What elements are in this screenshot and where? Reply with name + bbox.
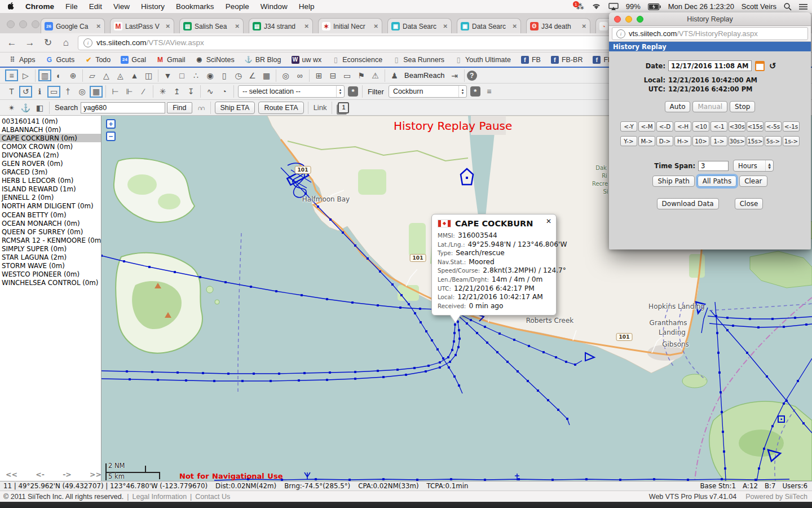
filter-list-icon[interactable]: ≡ <box>483 86 496 98</box>
vessel-row[interactable]: HERB L LEDCOR (0m) <box>0 177 101 185</box>
bookmark-uw-wx[interactable]: W uw wx <box>288 55 326 65</box>
message-icon[interactable]: ▭ <box>341 69 354 81</box>
minimize-window-button[interactable] <box>625 16 632 23</box>
database-icon[interactable]: ▦ <box>260 69 273 81</box>
layers-icon[interactable]: ≡ <box>5 69 18 81</box>
step-back-button[interactable]: <-1 <box>710 121 727 132</box>
download-data-button[interactable]: Download Data <box>657 198 719 209</box>
bookmark-todo[interactable]: ✔ Todo <box>81 55 114 65</box>
vessel-row[interactable]: 003160141 (0m) <box>0 117 101 125</box>
bookmark-econscience[interactable]: ▯ Econscience <box>328 55 386 65</box>
map-icon[interactable]: ▱ <box>86 69 99 81</box>
tab-close-icon[interactable]: ✕ <box>513 23 517 29</box>
vessel-row[interactable]: DIVONASEA (2m) <box>0 151 101 159</box>
popup-close-icon[interactable]: ✕ <box>546 217 551 225</box>
history-replay-window[interactable]: History Replay i vts.siitech.com/VTS/His… <box>609 12 811 249</box>
step-back-button[interactable]: <-D <box>656 121 673 132</box>
step-back-button[interactable]: <10 <box>692 121 709 132</box>
step-back-button[interactable]: <-Y <box>620 121 637 132</box>
time-span-input[interactable] <box>698 161 729 171</box>
chart-icon[interactable]: ∿ <box>204 86 217 98</box>
tooltip-icon[interactable]: ▭ <box>47 86 60 98</box>
tab-close-icon[interactable]: ✕ <box>304 23 309 29</box>
vessel-row[interactable]: CAPE COCKBURN (0m) <box>0 134 101 142</box>
menu-file[interactable]: File <box>60 2 83 11</box>
search-input[interactable] <box>81 102 165 113</box>
tab-data-search-2[interactable]: ▣ Data Searc ✕ <box>457 18 521 34</box>
tab-close-icon[interactable]: ✕ <box>235 23 240 29</box>
bookmark-scinotes[interactable]: ◉ SciNotes <box>192 55 239 65</box>
vessel-row[interactable]: GRACED (3m) <box>0 168 101 177</box>
calendar-icon[interactable] <box>755 61 765 71</box>
vessel-row[interactable]: STORM WAVE (0m) <box>0 262 101 270</box>
step-forward-button[interactable]: 10> <box>692 136 709 146</box>
location-select[interactable]: -- select location -- ▲▼ <box>238 85 345 98</box>
apple-menu-icon[interactable] <box>0 2 20 11</box>
map-zoom-out-button[interactable]: − <box>106 132 116 141</box>
step-forward-button[interactable]: 15s> <box>747 136 764 146</box>
pagination-button[interactable]: -> <box>63 470 72 479</box>
clear-button[interactable]: Clear <box>739 176 767 187</box>
report-icon[interactable]: ▯ <box>218 69 231 81</box>
step-forward-button[interactable]: 1s-> <box>783 136 800 146</box>
alarm-list-icon[interactable]: ◎ <box>279 69 292 81</box>
globe-icon[interactable]: ◐ <box>52 69 65 81</box>
info-icon[interactable]: ℹ <box>33 86 46 98</box>
vessel-row[interactable]: GLEN ROVER (0m) <box>0 159 101 168</box>
route-eta-button[interactable]: Route ETA <box>258 102 303 114</box>
notification-center-icon[interactable] <box>799 3 807 10</box>
site-info-icon[interactable]: i <box>83 38 92 47</box>
manual-button[interactable]: Manual <box>692 101 727 112</box>
zoom-window-button[interactable] <box>32 20 39 28</box>
bookmark-sea-runners[interactable]: ▯ Sea Runners <box>389 55 448 65</box>
filter-funnel-icon[interactable]: ▼ <box>161 69 174 81</box>
menu-edit[interactable]: Edit <box>83 2 108 11</box>
window-controls[interactable] <box>7 20 39 28</box>
step-back-button[interactable]: <15s <box>747 121 764 132</box>
location-settings-button[interactable]: * <box>348 86 358 97</box>
buoy-off-icon[interactable]: ↧ <box>184 86 197 98</box>
filter-settings-button[interactable]: * <box>470 86 480 97</box>
home-button[interactable]: ⌂ <box>60 37 72 49</box>
pagination-button[interactable]: >> <box>90 470 102 479</box>
bookmark-gmail[interactable]: M Gmail <box>152 55 189 65</box>
basemap-icon[interactable]: ◫ <box>142 69 155 81</box>
binoculars-icon[interactable]: ∩∩ <box>195 102 208 113</box>
track-points-icon[interactable]: ∴ <box>189 69 202 81</box>
undo-icon[interactable]: ↺ <box>19 86 32 98</box>
step-forward-button[interactable]: 30s> <box>729 136 745 146</box>
auto-button[interactable]: Auto <box>665 101 691 112</box>
bookmark-youth-ultimate[interactable]: ▯ Youth Ultimate <box>451 55 515 65</box>
vessel-row[interactable]: WINCHELSEA CONTROL (0m) <box>0 279 101 287</box>
step-forward-button[interactable]: M-> <box>638 136 655 146</box>
menu-window[interactable]: Window <box>255 2 293 11</box>
all-paths-button[interactable]: All Paths <box>698 176 736 187</box>
wind-icon[interactable]: ⊩ <box>123 86 136 98</box>
step-back-button[interactable]: <30s <box>729 121 745 132</box>
light-beacon-icon[interactable]: ✳ <box>156 86 169 98</box>
close-window-button[interactable] <box>7 20 15 28</box>
menubar-clock[interactable]: Mon Dec 26 1:23:20 <box>668 2 734 11</box>
site-info-icon[interactable]: i <box>616 29 625 38</box>
table-icon[interactable]: ▦ <box>90 86 103 98</box>
vessel-row[interactable]: OCEAN BETTY (0m) <box>0 211 101 219</box>
tab-google-calendar[interactable]: 26 Google Ca ✕ <box>41 18 105 34</box>
fuel-icon[interactable]: ◧ <box>33 102 46 113</box>
tab-salish-sea[interactable]: ▤ Salish Sea ✕ <box>179 18 244 34</box>
alarm-icon[interactable]: ◉ <box>204 69 217 81</box>
spotlight-icon[interactable] <box>784 3 792 11</box>
legal-link[interactable]: Legal Information <box>133 493 187 501</box>
tab-j34-strand[interactable]: ▤ J34 strand ✕ <box>249 18 313 34</box>
find-button[interactable]: Find <box>167 102 192 113</box>
text-label-icon[interactable]: T <box>5 86 18 98</box>
menubar-user[interactable]: Scott Veirs <box>742 2 776 11</box>
menu-history[interactable]: History <box>135 2 170 11</box>
event-flag-icon[interactable]: ⚑ <box>355 69 368 81</box>
zoom-extent-icon[interactable]: △ <box>100 69 113 81</box>
signout-icon[interactable]: ⇥ <box>448 69 461 81</box>
step-forward-button[interactable]: 5s-> <box>765 136 782 146</box>
tab-close-icon[interactable]: ✕ <box>166 23 170 29</box>
step-back-button[interactable]: <-H <box>674 121 691 132</box>
ship-path-button[interactable]: Ship Path <box>652 176 694 187</box>
forward-button[interactable]: → <box>24 37 36 49</box>
